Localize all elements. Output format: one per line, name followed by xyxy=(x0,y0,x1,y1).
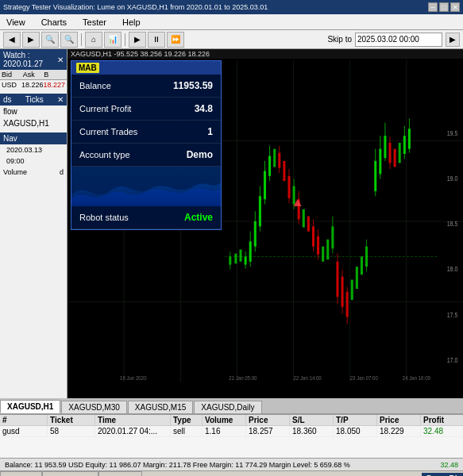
profit-row: Current Profit 34.8 xyxy=(71,98,221,121)
col-b: B xyxy=(44,71,65,79)
watch-close-icon[interactable]: ✕ xyxy=(57,56,64,64)
skip-btn[interactable]: ▶ xyxy=(446,33,460,47)
profit-value: 34.8 xyxy=(195,103,213,114)
balance-row: Balance 11953.59 xyxy=(71,75,221,98)
col-price: Price xyxy=(246,415,290,425)
watch-header: Watch : 2020.01.27 ✕ xyxy=(0,49,67,70)
menu-help[interactable]: Help xyxy=(119,16,144,29)
balance-value: 11953.59 xyxy=(173,80,213,91)
order-tp: 18.050 xyxy=(334,426,377,436)
menu-tester[interactable]: Tester xyxy=(79,16,110,29)
skip-to-box: Skip to ▶ xyxy=(327,33,460,47)
ask-value: 18.227 xyxy=(43,81,65,89)
col-type: Type xyxy=(171,415,203,425)
close-btn[interactable]: ✕ xyxy=(450,2,460,12)
watch-row: USD 18.226 18.227 xyxy=(0,80,67,90)
toolbar-btn-chart[interactable]: 📊 xyxy=(104,32,122,48)
window-title: Strategy Tester Visualization: Lume on X… xyxy=(3,3,268,11)
indicator-section: ds Ticks ✕ flow XAGUSD,H1 xyxy=(0,94,67,129)
col-profit: Profit xyxy=(421,415,463,425)
info-panel-header: MAB xyxy=(71,61,221,75)
status-text: Balance: 11 953.59 USD Equity: 11 986.07… xyxy=(5,461,434,469)
maximize-btn[interactable]: □ xyxy=(439,2,449,12)
indicator-ticks: Ticks xyxy=(25,95,44,104)
main-area: Watch : 2020.01.27 ✕ Bid Ask B USD 18.22… xyxy=(0,49,463,398)
tab-history[interactable]: History xyxy=(0,471,42,477)
indicator-pair[interactable]: XAGUSD,H1 xyxy=(0,117,67,129)
svg-text:19.0: 19.0 xyxy=(447,175,458,183)
svg-text:18.5: 18.5 xyxy=(447,221,458,228)
toolbar-btn-2[interactable]: ▶ xyxy=(22,32,40,48)
toolbar-btn-pause[interactable]: ⏸ xyxy=(148,32,165,48)
tab-xagusd-m15[interactable]: XAGUSD,M15 xyxy=(128,401,193,413)
balance-label: Balance xyxy=(79,81,111,90)
chart-area[interactable]: XAGUSD,H1 -95.525 38.256 19.226 18.226 M… xyxy=(68,49,463,398)
svg-rect-59 xyxy=(361,256,363,274)
svg-text:22 Jan 14:00: 22 Jan 14:00 xyxy=(294,375,322,382)
svg-rect-17 xyxy=(234,254,237,264)
orders-header: # Ticket Time Type Volume Price S/L T/P … xyxy=(0,415,463,426)
volume-value: d xyxy=(60,168,64,176)
nav-date: 2020.03.13 xyxy=(0,144,67,155)
toolbar-btn-zoom-out[interactable]: 🔍 xyxy=(60,32,78,48)
mab-logo: MAB xyxy=(76,63,99,73)
toolbar-btn-zoom-in[interactable]: 🔍 xyxy=(41,32,59,48)
volume-row: Volume d xyxy=(0,167,67,178)
tab-xagusd-daily[interactable]: XAGUSD,Daily xyxy=(194,401,261,413)
tab-journal[interactable]: Journal xyxy=(98,471,142,477)
toolbar-sep-1 xyxy=(81,33,82,46)
watch-columns: Bid Ask B xyxy=(0,70,67,80)
svg-rect-57 xyxy=(351,280,353,300)
order-ticket: 58 xyxy=(48,426,95,436)
tab-xagusd-h1[interactable]: XAGUSD,H1 xyxy=(0,400,60,413)
col-volume: Volume xyxy=(203,415,246,425)
svg-rect-70 xyxy=(394,149,396,167)
left-panel: Watch : 2020.01.27 ✕ Bid Ask B USD 18.22… xyxy=(0,49,68,398)
tab-operations[interactable]: Operations xyxy=(42,471,98,477)
nav-header: Nav xyxy=(0,132,67,144)
trades-label: Current Trades xyxy=(79,127,137,136)
account-label: Account type xyxy=(79,150,130,159)
info-panel: MAB Balance 11953.59 Current Profit 34.8… xyxy=(71,60,222,230)
bottom-tabs: History Operations Journal Press F1 xyxy=(0,470,463,476)
order-price: 18.257 xyxy=(246,426,290,436)
svg-rect-41 xyxy=(303,209,305,228)
skip-to-label: Skip to xyxy=(327,35,352,44)
toolbar-sep-2 xyxy=(125,33,125,46)
skip-to-input[interactable] xyxy=(355,33,442,47)
order-type: sell xyxy=(171,426,203,436)
robot-label: Robot status xyxy=(79,213,129,222)
table-row: gusd 58 2020.01.27 04:... sell 1.16 18.2… xyxy=(0,426,463,437)
svg-text:17.5: 17.5 xyxy=(447,311,458,319)
menu-charts[interactable]: Charts xyxy=(38,16,70,29)
order-time: 2020.01.27 04:... xyxy=(95,426,171,436)
bid-value: 18.226 xyxy=(21,81,44,89)
indicator-ds: ds xyxy=(3,95,12,104)
order-volume: 1.16 xyxy=(203,426,246,436)
toolbar-btn-play[interactable]: ▶ xyxy=(129,32,146,48)
tab-xagusd-m30[interactable]: XAGUSD,M30 xyxy=(61,401,126,413)
chart-tabs: XAGUSD,H1 XAGUSD,M30 XAGUSD,M15 XAGUSD,D… xyxy=(0,398,463,414)
wave-decoration xyxy=(71,167,221,206)
svg-rect-47 xyxy=(322,247,324,262)
minimize-btn[interactable]: ─ xyxy=(428,2,438,12)
account-row: Account type Demo xyxy=(71,144,221,167)
order-cur-price: 18.229 xyxy=(377,426,421,436)
title-bar: Strategy Tester Visualization: Lume on X… xyxy=(0,0,463,14)
toolbar-btn-home[interactable]: ⌂ xyxy=(85,32,102,48)
toolbar-btn-1[interactable]: ◀ xyxy=(3,32,21,48)
svg-rect-34 xyxy=(283,161,285,181)
svg-text:17.0: 17.0 xyxy=(447,356,458,364)
watch-title: Watch : 2020.01.27 xyxy=(3,51,57,68)
menu-view[interactable]: View xyxy=(3,16,29,29)
svg-text:16 Jun 2020: 16 Jun 2020 xyxy=(120,375,147,382)
indicator-close-icon[interactable]: ✕ xyxy=(57,95,64,104)
svg-rect-31 xyxy=(273,149,276,167)
svg-rect-42 xyxy=(307,217,310,232)
svg-text:21 Jan 05:00: 21 Jan 05:00 xyxy=(229,375,257,382)
indicator-header: ds Ticks ✕ xyxy=(0,94,67,106)
toolbar-btn-fast[interactable]: ⏩ xyxy=(167,32,184,48)
order-profit: 32.48 xyxy=(421,426,463,436)
indicator-flow[interactable]: flow xyxy=(0,106,67,117)
symbol-usd: USD xyxy=(2,81,21,89)
